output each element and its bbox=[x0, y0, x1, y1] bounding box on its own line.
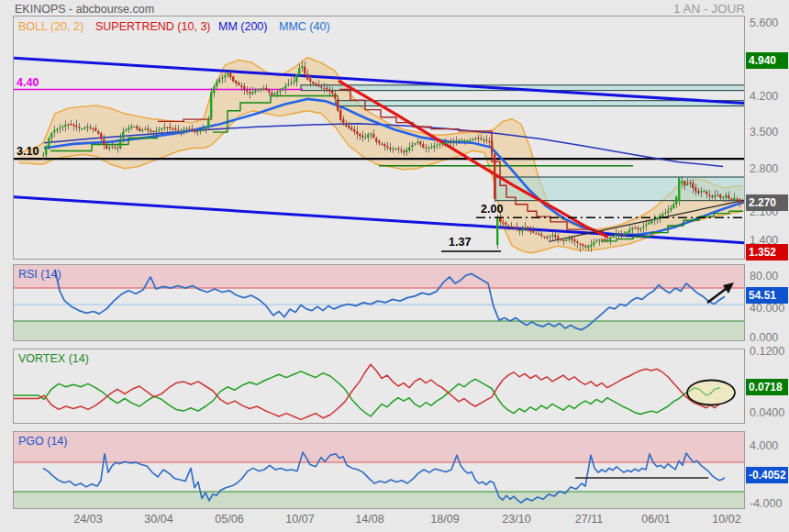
date-axis-label[interactable]: 23/10 bbox=[502, 513, 530, 526]
rsi-axis-label: 0.000 bbox=[750, 331, 778, 344]
date-axis-label[interactable]: 06/01 bbox=[641, 513, 670, 526]
level-label-310: 3.10 bbox=[17, 145, 39, 158]
price-badge: 2.270 bbox=[746, 194, 788, 211]
date-axis-label[interactable]: 10/02 bbox=[712, 513, 740, 526]
legend-supertrend[interactable]: SUPERTREND (10, 3) bbox=[95, 20, 211, 33]
date-axis-label[interactable]: 24/03 bbox=[73, 513, 102, 526]
level-label-200: 2.00 bbox=[481, 203, 503, 216]
chart-canvas[interactable] bbox=[0, 0, 789, 532]
chart-application: EKINOPS - abcbourse.com 1 AN - JOUR BOLL… bbox=[0, 0, 789, 532]
level-label-137: 1.37 bbox=[449, 236, 471, 249]
pgo-axis-label: -4.000 bbox=[750, 497, 782, 510]
rsi-axis-label: 40.000 bbox=[750, 302, 784, 315]
price-badge: 4.940 bbox=[746, 52, 788, 69]
date-axis-label[interactable]: 14/08 bbox=[355, 513, 383, 526]
date-axis-label[interactable]: 05/06 bbox=[215, 513, 243, 526]
pgo-axis-label: 4.000 bbox=[750, 439, 778, 452]
vortex-title: VORTEX (14) bbox=[18, 352, 89, 365]
price-axis-label: 4.200 bbox=[750, 90, 778, 103]
vortex-value-badge: 0.0718 bbox=[746, 379, 788, 395]
price-axis-label: 3.500 bbox=[750, 126, 778, 139]
vortex-axis-label: 0.1200 bbox=[750, 345, 784, 358]
legend-bollinger[interactable]: BOLL (20, 2) bbox=[18, 20, 83, 33]
level-label-440: 4.40 bbox=[17, 76, 39, 89]
pgo-title: PGO (14) bbox=[18, 435, 68, 448]
vortex-axis-label: 0.0400 bbox=[750, 406, 784, 419]
rsi-axis-label: 80.00 bbox=[750, 270, 778, 283]
date-axis-label[interactable]: 27/11 bbox=[575, 513, 603, 526]
legend-mmc40[interactable]: MMC (40) bbox=[279, 20, 330, 33]
rsi-value-badge: 54.51 bbox=[746, 287, 788, 304]
price-axis-label: 5.600 bbox=[750, 17, 778, 29]
price-axis-label: 2.800 bbox=[750, 162, 778, 175]
date-axis-label[interactable]: 10/07 bbox=[285, 513, 314, 526]
pgo-value-badge: -0.4052 bbox=[746, 467, 788, 483]
date-axis-label[interactable]: 18/09 bbox=[430, 513, 459, 526]
legend-mm200[interactable]: MM (200) bbox=[218, 20, 267, 33]
date-axis-label[interactable]: 30/04 bbox=[144, 513, 172, 526]
rsi-title: RSI (14) bbox=[18, 268, 61, 281]
price-badge: 1.352 bbox=[746, 244, 788, 260]
